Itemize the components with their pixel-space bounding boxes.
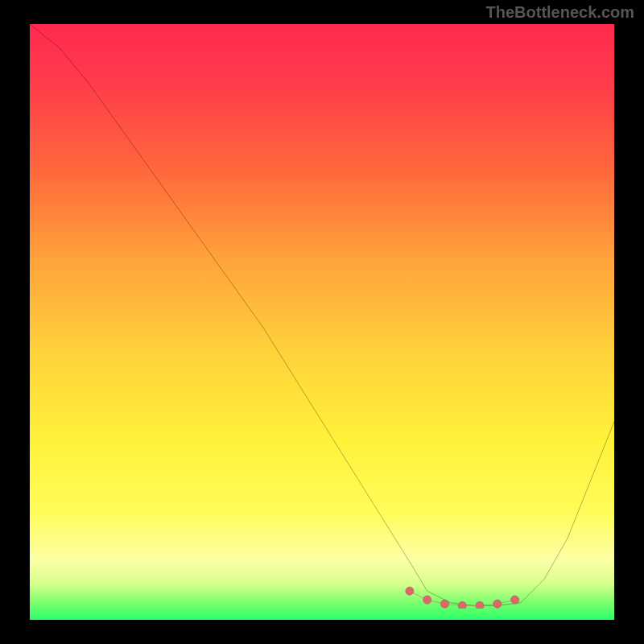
- optimal-zone-markers: [30, 24, 614, 609]
- optimal-point-marker: [406, 587, 414, 595]
- optimal-point-marker: [458, 601, 466, 609]
- optimal-point-marker: [510, 596, 518, 604]
- optimal-point-marker: [476, 601, 484, 609]
- chart-plot-area: [30, 24, 614, 620]
- watermark-text: TheBottleneck.com: [486, 3, 634, 22]
